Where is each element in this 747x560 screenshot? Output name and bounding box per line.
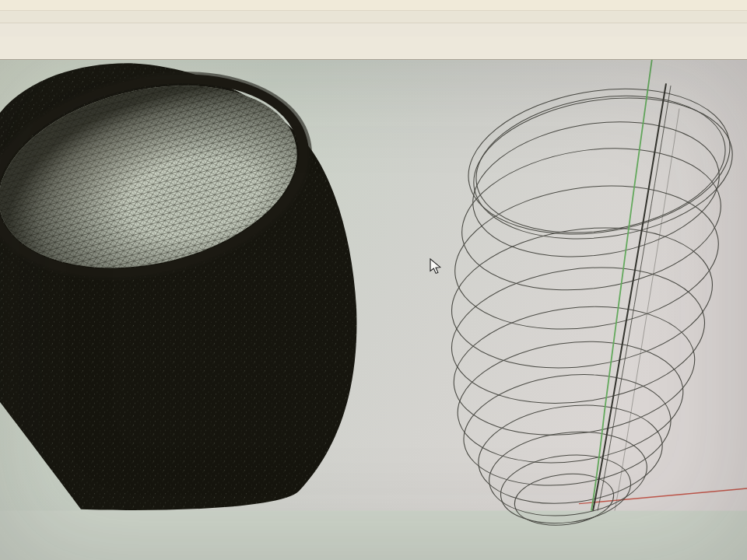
perspective-viewport[interactable] [0, 60, 747, 560]
main-toolbar [0, 37, 747, 60]
command-input-line[interactable] [0, 11, 747, 23]
toolbar-tab-strip [0, 23, 747, 37]
mesh-wineglass-object[interactable] [0, 60, 356, 510]
rhino-window [0, 0, 747, 560]
command-history-bar [0, 0, 747, 11]
